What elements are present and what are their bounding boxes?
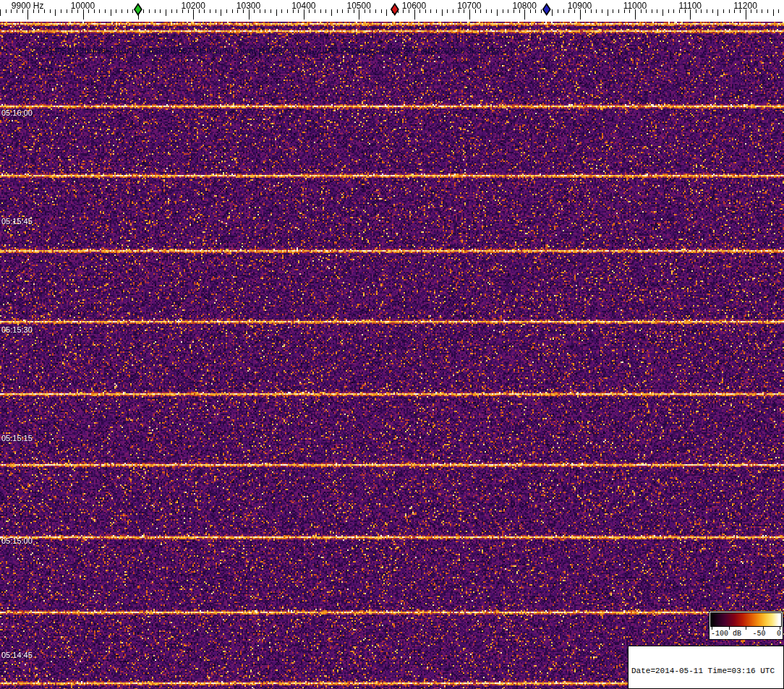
- freq-label-10000: 10000: [71, 1, 95, 11]
- freq-label-11100: 11100: [678, 1, 702, 11]
- time-label-051515: 05:15:15: [1, 434, 33, 442]
- time-label-051530: 05:15:30: [1, 325, 33, 334]
- freq-label-10800: 10800: [513, 1, 537, 11]
- observation-info-box: Date=2014-05-11 Time=03:16 UTC Freq=143 …: [628, 646, 784, 689]
- db-label-mid: -50: [752, 630, 765, 638]
- freq-label-10400: 10400: [291, 1, 315, 11]
- freq-label-10200: 10200: [181, 1, 205, 11]
- spectrogram-noise-canvas: [0, 22, 784, 689]
- time-label-051545: 05:15:45: [1, 217, 33, 226]
- db-scale-legend: -100 dB -50 0: [709, 611, 783, 640]
- freq-label-10600: 10600: [402, 1, 426, 11]
- freq-label-10900: 10900: [568, 1, 592, 11]
- time-label-051445: 05:14:45: [1, 651, 33, 659]
- freq-label-10700: 10700: [457, 1, 481, 11]
- legend-tick: [746, 627, 746, 630]
- spectrogram-view: 9900 Hz100001020010300104001050010600107…: [0, 0, 784, 689]
- db-scale-labels: -100 dB -50 0: [710, 630, 782, 639]
- db-label-min: -100 dB: [711, 630, 741, 638]
- time-offset-text: ^t+05: [33, 64, 53, 72]
- freq-label-9900: 9900 Hz: [12, 1, 44, 11]
- detection-parameters-text: 20140511031605852 hCnt10 nb-85 f10597 hi…: [40, 46, 498, 55]
- db-label-max: 0: [777, 630, 781, 638]
- time-label-051500: 05:15:00: [1, 536, 33, 545]
- spectrogram-area: 20140511031605852 hCnt10 nb-85 f10597 hi…: [0, 22, 784, 689]
- freq-label-11200: 11200: [733, 1, 757, 11]
- time-label-051600: 05:16:00: [1, 108, 33, 117]
- info-date-time: Date=2014-05-11 Time=03:16 UTC: [631, 667, 780, 676]
- freq-label-11000: 11000: [623, 1, 647, 11]
- freq-label-10300: 10300: [237, 1, 260, 11]
- db-gradient-bar: [710, 612, 782, 627]
- freq-label-10500: 10500: [347, 1, 371, 11]
- frequency-ruler: 9900 Hz100001020010300104001050010600107…: [0, 0, 784, 22]
